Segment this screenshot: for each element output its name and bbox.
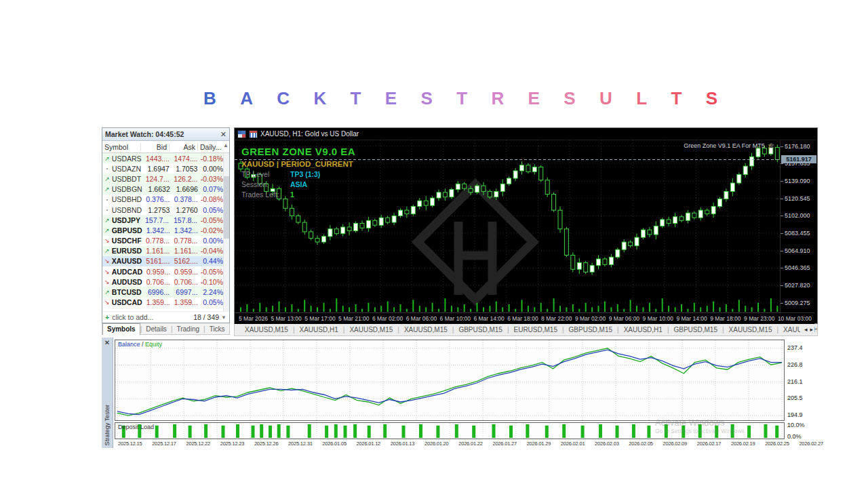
date-tick: 2026.01.13 (391, 441, 415, 447)
market-watch-row[interactable]: ↗BTCUSD6996...6997...2.24% (102, 287, 229, 297)
chart-tab[interactable]: XAUUSD,M15 (399, 326, 452, 333)
market-watch-row[interactable]: ↗USDJPY157.7...157.8...-0.05% (102, 215, 229, 225)
price-tick: 5120.545 (785, 195, 810, 202)
symbol-name: AUDCAD (112, 268, 143, 276)
date-tick: 2025.12.26 (254, 441, 279, 447)
title-letter: S (564, 88, 575, 109)
deposit-load-chart[interactable]: Deposit Load (115, 422, 785, 439)
time-tick: 6 Mar 18:00 (507, 315, 538, 322)
balance-axis-value: 237.4 (787, 344, 818, 351)
tab-details[interactable]: Details (142, 323, 171, 334)
market-watch-row[interactable]: ↗USDARS1443....1474....-0.18% (102, 153, 229, 163)
page-title: BACKTESTRESULTS (203, 88, 717, 109)
date-tick: 2026.02.25 (765, 441, 789, 447)
market-watch-row[interactable]: ↘USDCAD1.359...1.359...0.05% (102, 298, 229, 308)
price-axis[interactable]: 5176.1805157.6355139.0905120.5455102.000… (780, 140, 817, 313)
symbol-name: GBPUSD (112, 226, 142, 235)
market-watch-row[interactable]: •USDBND1.27531.27600.05% (102, 205, 229, 215)
chart-tab[interactable]: XAUUSD,H1 (619, 326, 667, 333)
tab-symbols[interactable]: Symbols (102, 323, 140, 335)
add-symbol-icon[interactable]: + (105, 313, 109, 321)
date-tick: 2026.02.05 (629, 441, 653, 447)
close-icon[interactable]: ✕ (104, 339, 110, 346)
market-watch-row[interactable]: ↘USDCHF0.778...0.778...0.00% (102, 236, 229, 246)
current-price-label: 5161.917 (781, 155, 816, 163)
market-watch-row[interactable]: ↘AUDUSD0.706...0.706...-0.10% (102, 277, 229, 287)
daily-change: 0.05% (198, 206, 223, 214)
balance-axis-value: 216.1 (787, 378, 818, 385)
balance-equity-chart[interactable]: Balance / Equity (115, 340, 785, 421)
market-watch-row[interactable]: ↗USDBDT124.7...126.2...-0.03% (102, 174, 229, 184)
ask-value: 1.2760 (170, 206, 197, 214)
market-watch-header: Symbol Bid Ask Daily... ▲ (102, 141, 229, 153)
market-watch-row[interactable]: ↗EURUSD1.161...1.161...-0.04% (102, 246, 229, 256)
tab-scroll-arrows[interactable]: ◂▸ (800, 326, 814, 333)
symbol-count: 18 / 349 (193, 313, 219, 321)
market-watch-row[interactable]: •USDBHD0.376...0.378...-0.08% (102, 195, 229, 205)
title-letter: T (671, 88, 682, 109)
legend-equity: Equity (145, 341, 162, 348)
tab-ticks[interactable]: Ticks (205, 323, 229, 334)
chart-type-icon (249, 130, 258, 138)
ask-value: 6997... (170, 288, 197, 296)
time-tick: 6 Mar 10:00 (440, 315, 471, 322)
date-tick: 2025.12.15 (118, 441, 142, 447)
date-tick: 2025.12.22 (186, 441, 210, 447)
date-tick: 2025.12.23 (220, 441, 245, 447)
time-tick: 10 Mar 03:00 (778, 315, 812, 322)
info-label: TP Level (241, 170, 290, 178)
scroll-down-icon[interactable]: ▼ (221, 314, 226, 321)
chart-tab[interactable]: XAUUSD,M15 (724, 326, 777, 333)
date-tick: 2026.01.22 (458, 441, 483, 447)
add-symbol-label[interactable]: click to add... (112, 313, 153, 321)
info-value: ASIA (290, 180, 307, 188)
chart-tab[interactable]: XAUUSD,M15 (240, 326, 293, 333)
market-watch-row[interactable]: •USDAZN1.69471.70530.00% (102, 163, 229, 174)
chart-titlebar: XAUUSD, H1: Gold vs US Dollar (235, 128, 817, 140)
trend-flat-icon: • (102, 165, 112, 171)
bid-value: 0.778... (142, 237, 170, 245)
time-tick: 9 Mar 18:00 (710, 315, 741, 322)
chart-tab[interactable]: XAUUSD,M15 (344, 326, 397, 333)
daily-change: -0.18% (197, 155, 223, 163)
trend-flat-icon: • (102, 207, 112, 213)
tab-trading[interactable]: Trading (172, 323, 203, 334)
ask-value: 1474.... (170, 155, 197, 163)
market-watch-row[interactable]: ↗USDBGN1.66321.66960.07% (102, 184, 229, 195)
chart-tab[interactable]: GBPUSD,M15 (454, 326, 507, 333)
column-symbol[interactable]: Symbol (102, 143, 140, 151)
column-bid[interactable]: Bid (140, 143, 169, 151)
bid-value: 0.706... (142, 278, 170, 286)
trend-up-icon: ↗ (102, 227, 112, 234)
market-watch-tabs: Symbols|Details|Trading|Ticks (102, 323, 230, 335)
tab-arrow-icon[interactable]: ▸ (808, 326, 814, 333)
window-icon (237, 130, 246, 138)
ea-info-row: Trades Left:1 (241, 190, 355, 199)
tester-side-strip: ✕ Strategy Tester (102, 338, 113, 448)
column-ask[interactable]: Ask (169, 143, 197, 151)
tester-date-axis: 2025.12.152025.12.172025.12.222025.12.23… (118, 441, 823, 447)
close-icon[interactable]: ✕ (220, 130, 226, 139)
bid-value: 1.2753 (142, 206, 170, 214)
bid-value: 1.161... (142, 247, 170, 255)
date-tick: 2026.02.19 (731, 441, 755, 447)
market-watch-row[interactable]: ↗GBPUSD1.342...1.342...-0.02% (102, 225, 229, 235)
market-watch-scrollbar[interactable] (223, 153, 229, 311)
market-watch-row[interactable]: ↘AUDCAD0.959...0.959...-0.05% (102, 266, 229, 277)
ea-title: GREEN ZONE V9.0 EA (241, 146, 355, 157)
chart-tab[interactable]: GBPUSD,M15 (564, 326, 617, 333)
tester-panel-label[interactable]: Strategy Tester (104, 405, 111, 445)
chart-tab[interactable]: EURUSD,M15 (509, 326, 561, 333)
date-tick: 2026.01.29 (527, 441, 551, 447)
time-axis[interactable]: 5 Mar 20265 Mar 13:005 Mar 17:005 Mar 21… (235, 312, 814, 324)
graduation-cap-icon: 🎓 (768, 142, 775, 149)
chart-tab[interactable]: GBPUSD,M15 (669, 326, 722, 333)
title-letter: T (456, 88, 467, 109)
symbol-name: EURUSD (112, 247, 142, 255)
market-watch-row[interactable]: ↘XAUUSD5161....5162....0.44% (102, 256, 229, 266)
ea-symbol-line: XAUUSD | PERIOD_CURRENT (241, 160, 355, 168)
bid-value: 124.7... (141, 175, 170, 183)
scrollbar-thumb[interactable] (224, 176, 229, 239)
chart-tab[interactable]: XAUUSD,H1 (295, 326, 343, 333)
scroll-up-icon[interactable]: ▲ (223, 142, 229, 148)
